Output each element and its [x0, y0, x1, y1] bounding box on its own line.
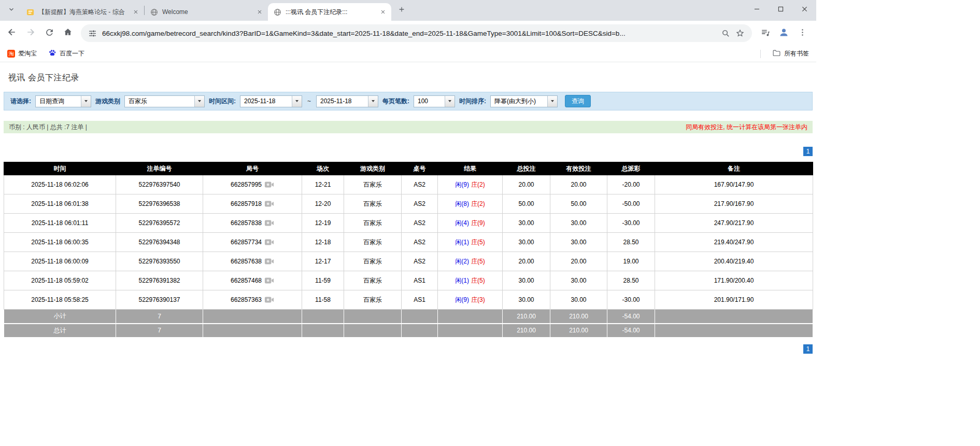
zoom-icon[interactable]	[721, 29, 730, 38]
cell-table-no: AS1	[402, 271, 438, 290]
tab-bet-records-active[interactable]: :::视讯 会员下注纪录:::	[268, 3, 391, 21]
media-controls-button[interactable]	[756, 24, 774, 42]
total-label: 总计	[4, 324, 116, 338]
cell-total-bet[interactable]: 30.00	[503, 290, 550, 310]
maximize-button[interactable]	[769, 0, 792, 19]
page-number-button[interactable]: 1	[803, 344, 813, 354]
date-start-value[interactable]: 2025-11-18	[240, 96, 292, 107]
video-replay-icon[interactable]	[264, 296, 274, 303]
result-player: 闲(1)	[455, 239, 469, 246]
page-number-button[interactable]: 1	[803, 147, 813, 156]
page-size-value[interactable]: 100	[414, 96, 445, 107]
video-replay-icon[interactable]	[264, 277, 274, 284]
cell-remark: 200.40/219.40	[655, 252, 813, 271]
tab-forum[interactable]: 【新提醒】海燕策略论坛 - 综合	[21, 3, 144, 21]
date-end-value[interactable]: 2025-11-18	[317, 96, 368, 107]
cell-total-bet[interactable]: 20.00	[503, 175, 550, 194]
tab-welcome[interactable]: Welcome	[145, 3, 268, 21]
cell-table-no: AS2	[402, 214, 438, 233]
game-type-select[interactable]: 百家乐	[124, 95, 205, 107]
page-size-select[interactable]: 100	[414, 95, 455, 107]
cell-table-no: AS2	[402, 194, 438, 214]
bookmark-star-icon[interactable]	[735, 29, 745, 38]
subtotal-valid-bet: 210.00	[550, 310, 607, 324]
video-replay-icon[interactable]	[264, 239, 274, 246]
header-time: 时间	[4, 162, 116, 175]
bookmark-taobao[interactable]: 淘 爱淘宝	[7, 49, 37, 58]
result-player: 闲(9)	[455, 296, 469, 303]
header-payout: 总派彩	[607, 162, 655, 175]
back-button[interactable]	[3, 24, 21, 42]
cell-remark: 217.90/167.90	[655, 194, 813, 214]
cell-result: 闲(1)庄(5)	[438, 271, 503, 290]
bookmark-label: 爱淘宝	[18, 49, 37, 58]
back-arrow-icon	[7, 27, 17, 39]
home-button[interactable]	[59, 24, 77, 42]
video-replay-icon[interactable]	[264, 200, 274, 207]
game-type-value[interactable]: 百家乐	[125, 96, 194, 107]
close-tab-icon[interactable]	[379, 8, 387, 16]
date-end-select[interactable]: 2025-11-18	[316, 95, 378, 107]
dropdown-arrow-icon[interactable]	[81, 96, 91, 107]
browser-toolbar: 66cxkj98.com/game/betrecord_search/kind3…	[0, 21, 816, 46]
video-replay-icon[interactable]	[264, 258, 274, 265]
cell-payout: 19.00	[607, 252, 655, 271]
sort-order-select[interactable]: 降幂(由大到小)	[490, 95, 558, 107]
dropdown-arrow-icon[interactable]	[292, 96, 302, 107]
tab-search-button[interactable]	[4, 3, 19, 18]
cell-total-bet[interactable]: 30.00	[503, 271, 550, 290]
close-tab-icon[interactable]	[132, 8, 140, 16]
bookmark-baidu[interactable]: 百度一下	[48, 49, 84, 59]
url-text[interactable]: 66cxkj98.com/game/betrecord_search/kind3…	[102, 30, 716, 37]
cell-bet-id: 522976396538	[116, 194, 203, 214]
video-replay-icon[interactable]	[264, 181, 274, 188]
cell-empty	[438, 310, 503, 324]
result-player: 闲(9)	[455, 181, 469, 188]
header-valid-bet: 有效投注	[550, 162, 607, 175]
dropdown-arrow-icon[interactable]	[547, 96, 557, 107]
dropdown-arrow-icon[interactable]	[368, 96, 378, 107]
subtotal-total-bet: 210.00	[503, 310, 550, 324]
address-bar[interactable]: 66cxkj98.com/game/betrecord_search/kind3…	[81, 24, 752, 42]
avatar-icon	[778, 27, 789, 40]
all-bookmarks-button[interactable]: 所有书签	[772, 49, 809, 59]
cell-game: 百家乐	[344, 233, 402, 252]
table-row: 2025-11-18 06:00:09 522976393550 6628576…	[4, 252, 813, 271]
result-banker: 庄(2)	[471, 181, 485, 188]
close-window-button[interactable]	[792, 0, 816, 19]
query-type-value[interactable]: 日期查询	[36, 96, 81, 107]
query-type-select[interactable]: 日期查询	[35, 95, 91, 107]
video-replay-icon[interactable]	[264, 219, 274, 227]
globe-icon	[150, 8, 158, 16]
sort-order-value[interactable]: 降幂(由大到小)	[491, 96, 547, 107]
summary-bar: 币别 : 人民币 | 总共 :7 注单 | 同局有效投注, 统一计算在该局第一张…	[4, 121, 813, 133]
cell-total-bet[interactable]: 30.00	[503, 214, 550, 233]
cell-valid-bet: 30.00	[550, 290, 607, 310]
date-start-select[interactable]: 2025-11-18	[240, 95, 302, 107]
result-player: 闲(1)	[455, 277, 469, 284]
close-tab-icon[interactable]	[255, 8, 264, 16]
cell-empty	[344, 324, 402, 338]
subtotal-payout: -54.00	[607, 310, 655, 324]
site-settings-icon[interactable]	[88, 29, 97, 38]
forward-button[interactable]	[22, 24, 39, 42]
dropdown-arrow-icon[interactable]	[445, 96, 455, 107]
new-tab-button[interactable]	[394, 3, 409, 18]
cell-total-bet[interactable]: 30.00	[503, 233, 550, 252]
cell-game: 百家乐	[344, 194, 402, 214]
cell-session: 12-19	[302, 214, 344, 233]
cell-payout: -30.00	[607, 214, 655, 233]
cell-table-no: AS2	[402, 252, 438, 271]
reload-button[interactable]	[40, 24, 58, 42]
cell-game: 百家乐	[344, 175, 402, 194]
bookmarks-bar: 淘 爱淘宝 百度一下 所有书签	[0, 46, 816, 62]
menu-button[interactable]	[793, 24, 811, 42]
cell-total-bet[interactable]: 20.00	[503, 252, 550, 271]
minimize-button[interactable]	[745, 0, 769, 19]
search-button[interactable]: 查询	[565, 95, 591, 107]
cell-total-bet[interactable]: 50.00	[503, 194, 550, 214]
profile-button[interactable]	[775, 24, 792, 42]
dropdown-arrow-icon[interactable]	[194, 96, 204, 107]
cell-valid-bet: 30.00	[550, 271, 607, 290]
pagination-bottom: 1	[4, 344, 813, 354]
